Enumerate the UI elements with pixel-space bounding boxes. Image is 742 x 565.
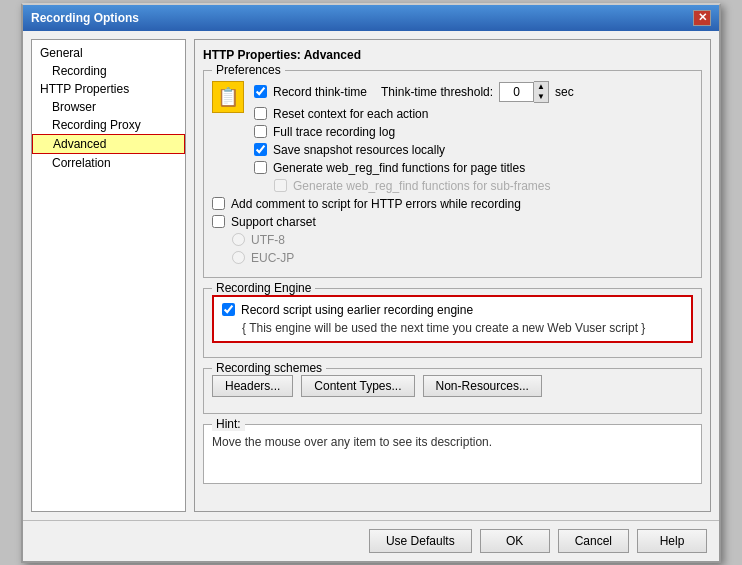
close-button[interactable]: ✕ xyxy=(693,10,711,26)
preferences-legend: Preferences xyxy=(212,63,285,77)
support-charset-checkbox[interactable] xyxy=(212,215,225,228)
hint-label: Hint: xyxy=(212,417,245,431)
prefs-row: 📋 Record think-time Think-time threshold… xyxy=(212,81,693,197)
headers-button[interactable]: Headers... xyxy=(212,375,293,397)
sec-label: sec xyxy=(555,85,574,99)
dialog-title: Recording Options xyxy=(31,11,139,25)
non-resources-button[interactable]: Non-Resources... xyxy=(423,375,542,397)
sidebar-item-correlation[interactable]: Correlation xyxy=(32,154,185,172)
dialog-footer: Use Defaults OK Cancel Help xyxy=(23,520,719,561)
record-think-time-checkbox[interactable] xyxy=(254,85,267,98)
title-bar: Recording Options ✕ xyxy=(23,5,719,31)
spinner-up[interactable]: ▲ xyxy=(534,82,548,92)
full-trace-label[interactable]: Full trace recording log xyxy=(273,125,395,139)
cancel-button[interactable]: Cancel xyxy=(558,529,629,553)
prefs-checkboxes: Record think-time Think-time threshold: … xyxy=(254,81,693,197)
recording-engine-box: Record script using earlier recording en… xyxy=(212,295,693,343)
record-earlier-row: Record script using earlier recording en… xyxy=(222,303,683,317)
recording-engine-info: { This engine will be used the next time… xyxy=(222,321,683,335)
generate-subframes-label: Generate web_reg_find functions for sub-… xyxy=(293,179,550,193)
sidebar-item-recording-proxy[interactable]: Recording Proxy xyxy=(32,116,185,134)
add-comment-row: Add comment to script for HTTP errors wh… xyxy=(212,197,693,211)
generate-web-reg-label[interactable]: Generate web_reg_find functions for page… xyxy=(273,161,525,175)
dialog-body: General Recording HTTP Properties Browse… xyxy=(23,31,719,520)
save-snapshot-label[interactable]: Save snapshot resources locally xyxy=(273,143,445,157)
reset-context-label[interactable]: Reset context for each action xyxy=(273,107,428,121)
generate-web-reg-checkbox[interactable] xyxy=(254,161,267,174)
eucjp-radio[interactable] xyxy=(232,251,245,264)
spinner-buttons: ▲ ▼ xyxy=(534,81,549,103)
preferences-content: 📋 Record think-time Think-time threshold… xyxy=(212,81,693,265)
threshold-input[interactable]: 0 xyxy=(499,82,534,102)
sidebar-item-advanced[interactable]: Advanced xyxy=(32,134,185,154)
preferences-icon: 📋 xyxy=(212,81,244,113)
recording-options-dialog: Recording Options ✕ General Recording HT… xyxy=(21,3,721,563)
recording-engine-legend: Recording Engine xyxy=(212,281,315,295)
threshold-spinner: 0 ▲ ▼ xyxy=(499,81,549,103)
sidebar-item-recording[interactable]: Recording xyxy=(32,62,185,80)
record-earlier-label[interactable]: Record script using earlier recording en… xyxy=(241,303,473,317)
content-types-button[interactable]: Content Types... xyxy=(301,375,414,397)
add-comment-checkbox[interactable] xyxy=(212,197,225,210)
add-comment-label[interactable]: Add comment to script for HTTP errors wh… xyxy=(231,197,521,211)
utf8-radio[interactable] xyxy=(232,233,245,246)
sidebar: General Recording HTTP Properties Browse… xyxy=(31,39,186,512)
save-snapshot-row: Save snapshot resources locally xyxy=(254,143,693,157)
utf8-row: UTF-8 xyxy=(212,233,693,247)
utf8-label: UTF-8 xyxy=(251,233,285,247)
recording-schemes-group: Recording schemes Headers... Content Typ… xyxy=(203,368,702,414)
sidebar-item-browser[interactable]: Browser xyxy=(32,98,185,116)
generate-subframes-checkbox[interactable] xyxy=(274,179,287,192)
reset-context-checkbox[interactable] xyxy=(254,107,267,120)
help-button[interactable]: Help xyxy=(637,529,707,553)
recording-schemes-legend: Recording schemes xyxy=(212,361,326,375)
ok-button[interactable]: OK xyxy=(480,529,550,553)
use-defaults-button[interactable]: Use Defaults xyxy=(369,529,472,553)
save-snapshot-checkbox[interactable] xyxy=(254,143,267,156)
record-think-time-row: Record think-time Think-time threshold: … xyxy=(254,81,693,103)
generate-subframes-row: Generate web_reg_find functions for sub-… xyxy=(254,179,693,193)
hint-box: Hint: Move the mouse over any item to se… xyxy=(203,424,702,484)
threshold-label: Think-time threshold: xyxy=(381,85,493,99)
reset-context-row: Reset context for each action xyxy=(254,107,693,121)
eucjp-row: EUC-JP xyxy=(212,251,693,265)
content-area: HTTP Properties: Advanced Preferences 📋 xyxy=(194,39,711,512)
sidebar-item-general[interactable]: General xyxy=(32,44,185,62)
spinner-down[interactable]: ▼ xyxy=(534,92,548,102)
hint-text: Move the mouse over any item to see its … xyxy=(212,435,693,449)
full-trace-row: Full trace recording log xyxy=(254,125,693,139)
recording-engine-group: Recording Engine Record script using ear… xyxy=(203,288,702,358)
schemes-buttons: Headers... Content Types... Non-Resource… xyxy=(212,375,693,397)
eucjp-label: EUC-JP xyxy=(251,251,294,265)
record-earlier-checkbox[interactable] xyxy=(222,303,235,316)
support-charset-label[interactable]: Support charset xyxy=(231,215,316,229)
preferences-group: Preferences 📋 Record think-time Think- xyxy=(203,70,702,278)
record-think-time-label[interactable]: Record think-time xyxy=(273,85,367,99)
generate-web-reg-row: Generate web_reg_find functions for page… xyxy=(254,161,693,175)
support-charset-row: Support charset xyxy=(212,215,693,229)
section-title: HTTP Properties: Advanced xyxy=(203,48,702,62)
sidebar-item-http-properties[interactable]: HTTP Properties xyxy=(32,80,185,98)
full-trace-checkbox[interactable] xyxy=(254,125,267,138)
